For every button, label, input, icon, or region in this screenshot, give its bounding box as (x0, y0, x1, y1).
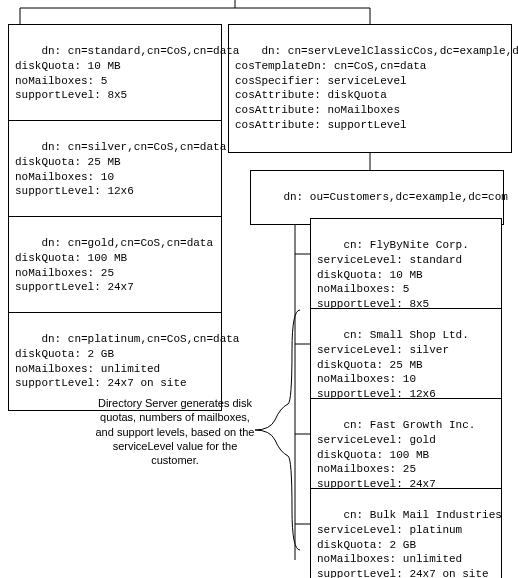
template-standard-box: dn: cn=standard,cn=CoS,cn=data diskQuota… (8, 24, 222, 123)
template-platinum-text: dn: cn=platinum,cn=CoS,cn=data diskQuota… (15, 333, 239, 390)
template-gold-text: dn: cn=gold,cn=CoS,cn=data diskQuota: 10… (15, 237, 213, 294)
customer-bulkmail-text: cn: Bulk Mail Industries serviceLevel: p… (317, 509, 502, 578)
customer-flybynite-text: cn: FlyByNite Corp. serviceLevel: standa… (317, 239, 469, 310)
cos-definition-box: dn: cn=servLevelClassicCos,dc=example,dc… (228, 24, 512, 153)
template-silver-box: dn: cn=silver,cn=CoS,cn=data diskQuota: … (8, 120, 222, 219)
cos-definition-text: dn: cn=servLevelClassicCos,dc=example,dc… (235, 45, 518, 131)
customers-ou-text: dn: ou=Customers,dc=example,dc=com (283, 191, 507, 203)
customer-bulkmail-box: cn: Bulk Mail Industries serviceLevel: p… (310, 488, 502, 578)
customer-fastgrowth-text: cn: Fast Growth Inc. serviceLevel: gold … (317, 419, 475, 490)
template-standard-text: dn: cn=standard,cn=CoS,cn=data diskQuota… (15, 45, 239, 102)
template-silver-text: dn: cn=silver,cn=CoS,cn=data diskQuota: … (15, 141, 226, 198)
customer-smallshop-text: cn: Small Shop Ltd. serviceLevel: silver… (317, 329, 469, 400)
diagram-canvas: dn: cn=servLevelClassicCos,dc=example,dc… (0, 0, 518, 578)
template-gold-box: dn: cn=gold,cn=CoS,cn=data diskQuota: 10… (8, 216, 222, 315)
customers-ou-box: dn: ou=Customers,dc=example,dc=com (250, 170, 504, 225)
explanation-note-text: Directory Server generates disk quotas, … (95, 397, 254, 466)
explanation-note: Directory Server generates disk quotas, … (95, 396, 255, 467)
